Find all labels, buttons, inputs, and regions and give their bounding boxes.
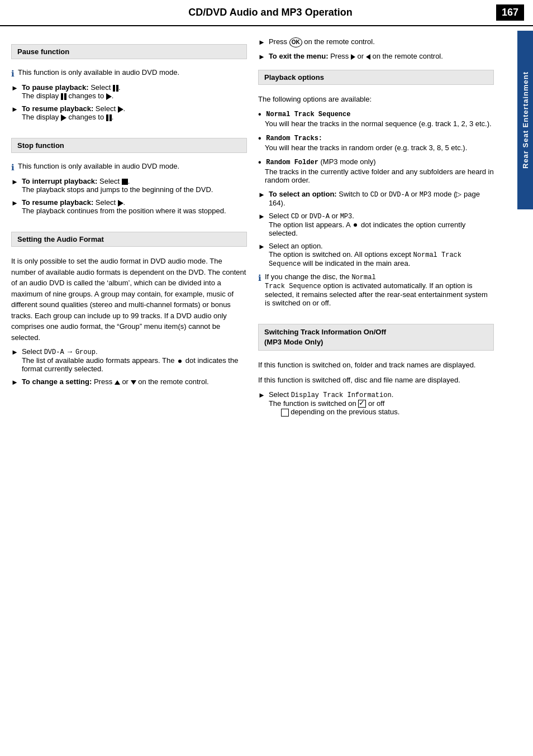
stop-function-content: ℹ This function is only available in aud… (11, 159, 247, 223)
pause-bar-2 (116, 85, 118, 92)
bullet-arrow-11: ► (258, 242, 265, 251)
pause-bar-1 (113, 85, 115, 92)
ok-circle-icon: OK (289, 37, 302, 47)
select-cd-bullet: ► Select CD or DVD-A or MP3. The option … (258, 212, 494, 237)
playback-info-block: ℹ If you change the disc, the NormalTrac… (258, 272, 494, 307)
play-icon-3 (118, 200, 123, 207)
select-option-label: To select an option: (269, 190, 337, 198)
resume-label-2: To resume playback: (22, 198, 93, 207)
side-tab-label: Rear Seat Entertainment (517, 31, 533, 209)
audio-format-body: It is only possible to set the audio for… (11, 256, 247, 343)
interrupt-label: To interrupt playback: (22, 177, 98, 185)
normal-track-desc: You will hear the tracks in the normal s… (265, 119, 492, 128)
group-mono: Group (75, 348, 96, 356)
audio-format-bullet-1-text: Select DVD-A → Group. The list of availa… (22, 347, 247, 373)
delta-icon (115, 380, 120, 385)
bullet-arrow-2: ► (11, 105, 18, 113)
cd-mono-2: CD (291, 213, 299, 221)
dvd-a-mono-3: DVD-A (310, 213, 330, 221)
pause-bar-4 (64, 93, 66, 100)
pause-info-note: ℹ This function is only available in aud… (11, 68, 247, 79)
pause-bar-3 (61, 93, 63, 100)
right-bullet-2: ► To exit the menu: Press or on the remo… (258, 52, 494, 61)
pause-bullet-1: ► To pause playback: Select . The displa… (11, 83, 247, 100)
info-icon: ℹ (11, 69, 15, 79)
stop-bullet-2: ► To resume playback: Select . The playb… (11, 198, 247, 215)
pause-icon-display (61, 93, 66, 100)
bullet-arrow: ► (11, 84, 18, 92)
pause-label: To pause playback: (22, 83, 89, 92)
dot-indicator-1 (178, 360, 182, 363)
bullet-arrow-3: ► (11, 178, 18, 186)
pause-bullet-2-text: To resume playback: Select . The display… (22, 104, 125, 121)
stop-icon (122, 179, 128, 185)
pause-function-header: Pause function (11, 44, 247, 59)
info-icon-2: ℹ (11, 162, 15, 173)
track-info-bullet-text: Select Display Track Information. The fu… (269, 390, 399, 417)
track-info-intro1: If this function is switched on, folder … (258, 360, 494, 371)
select-cd-text: Select CD or DVD-A or MP3. The option li… (269, 212, 494, 237)
playback-options-content: The following options are available: Nor… (258, 90, 494, 315)
main-content: Pause function ℹ This function is only a… (0, 26, 516, 439)
audio-format-bullet-2-text: To change a setting: Press or on the rem… (22, 377, 209, 386)
audio-format-bullet-2: ► To change a setting: Press or on the r… (11, 377, 247, 386)
random-folder-desc: The tracks in the currently active folde… (265, 168, 494, 184)
audio-format-bullet-1: ► Select DVD-A → Group. The list of avai… (11, 347, 247, 373)
bullet-arrow-9: ► (258, 190, 265, 199)
resume-label-1: To resume playback: (22, 104, 93, 113)
bullet-arrow-6: ► (11, 378, 18, 386)
pause-icon (113, 85, 118, 92)
normal-track-mono-2: Normal Track Sequence (269, 251, 461, 268)
stop-function-header: Stop function (11, 138, 247, 153)
track-info-content: If this function is switched on, folder … (258, 356, 494, 424)
page-title: CD/DVD Audio and MP3 Operation (0, 7, 496, 18)
bullet-arrow-7: ► (258, 38, 265, 46)
track-info-bullet: ► Select Display Track Information. The … (258, 390, 494, 417)
left-column: Pause function ℹ This function is only a… (11, 35, 247, 430)
cd-mono-1: CD (370, 191, 378, 199)
info-icon-3: ℹ (258, 273, 261, 283)
bullet-arrow-5: ► (11, 348, 18, 356)
mp3-mono-2: MP3 (340, 213, 353, 221)
right-top-bullets: ► Press OK on the remote control. ► To e… (258, 37, 494, 61)
random-folder-mono: Random Folder (266, 159, 318, 166)
pause-bullet-2: ► To resume playback: Select . The displ… (11, 104, 247, 121)
option-random-folder: Random Folder (MP3 mode only) The tracks… (258, 157, 494, 184)
dvd-a-mono: DVD-A (44, 348, 64, 356)
stop-bullet-1-text: To interrupt playback: Select . The play… (22, 177, 213, 194)
pause-bullet-1-text: To pause playback: Select . The display … (22, 83, 121, 100)
pause-icon-resume (106, 114, 112, 121)
stop-info-text: This function is only available in audio… (18, 162, 179, 170)
pause-bar-6 (110, 114, 112, 121)
normal-track-mono-3: NormalTrack Sequence (265, 274, 376, 290)
track-info-intro2: If this function is switched off, disc a… (258, 375, 494, 386)
playback-options-header: Playback options (258, 70, 494, 85)
bullet-arrow-10: ► (258, 212, 265, 221)
option-normal-track: Normal Track Sequence You will hear the … (258, 109, 494, 128)
select-option-text: To select an option: Switch to CD or DVD… (269, 190, 494, 207)
option-random-tracks: Random Tracks: You will hear the tracks … (258, 133, 494, 152)
playback-info-text: If you change the disc, the NormalTrack … (265, 272, 494, 307)
bullet-arrow-8: ► (258, 52, 265, 61)
select-option-text-2: Select an option. The option is switched… (269, 242, 494, 268)
audio-format-header: Setting the Audio Format (11, 232, 247, 247)
play-icon-display (61, 114, 66, 121)
exit-menu-label: To exit the menu: (269, 52, 329, 60)
bullet-arrow-12: ► (258, 391, 265, 399)
tri-right-icon (351, 54, 355, 60)
page-header: CD/DVD Audio and MP3 Operation 167 (0, 0, 533, 26)
pause-function-content: ℹ This function is only available in aud… (11, 65, 247, 129)
select-option-bullet-2: ► Select an option. The option is switch… (258, 242, 494, 268)
checkbox-checked-icon (358, 400, 366, 408)
dot-indicator-2 (354, 223, 357, 227)
stop-info-note: ℹ This function is only available in aud… (11, 162, 247, 173)
pause-info-text: This function is only available in audio… (18, 68, 179, 76)
random-folder-mp3: (MP3 mode only) (320, 157, 375, 166)
pause-bar-5 (106, 114, 108, 121)
playback-intro: The following options are available: (258, 94, 494, 105)
track-info-title: Switching Track Information On/Off(MP3 M… (264, 328, 386, 346)
normal-track-mono: Normal Track Sequence (266, 111, 350, 118)
checkbox-empty-icon (281, 409, 289, 417)
stop-bullet-2-text: To resume playback: Select . The playbac… (22, 198, 226, 215)
select-option-bullet: ► To select an option: Switch to CD or D… (258, 190, 494, 207)
